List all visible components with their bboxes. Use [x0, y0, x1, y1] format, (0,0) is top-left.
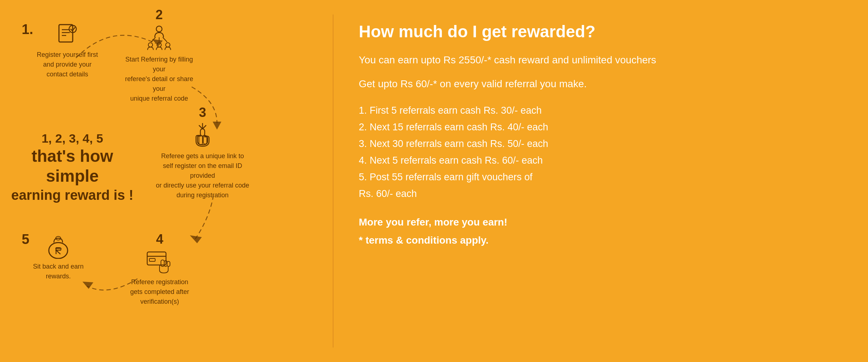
tagline-numbers: 1, 2, 3, 4, 5: [11, 130, 134, 146]
svg-point-9: [156, 26, 162, 32]
svg-rect-27: [167, 261, 170, 266]
svg-line-33: [56, 250, 60, 254]
svg-point-13: [148, 43, 153, 47]
verification-icon: [146, 249, 174, 274]
svg-line-10: [151, 37, 156, 42]
step-1: 1. Register yourself firstand provide yo…: [22, 22, 98, 79]
step-5-number: 5: [22, 232, 29, 247]
reward-item-4: 4. Next 5 referrals earn cash Rs. 60/- e…: [359, 152, 843, 169]
step-5-text: Sit back and earnrewards.: [33, 262, 84, 281]
step-1-number: 1.: [22, 22, 33, 37]
right-subtitle1: You can earn upto Rs 2550/-* cash reward…: [359, 52, 843, 68]
footer-line-1: More you refer, more you earn!: [359, 213, 843, 231]
referral-icon: [145, 25, 174, 52]
step-4: 4 Referee registrationgets completed aft…: [130, 232, 189, 307]
svg-rect-24: [149, 258, 155, 261]
step-5: 5 Sit back and earnrewards.: [22, 232, 84, 281]
tagline-earning: earning reward is !: [11, 186, 134, 204]
svg-line-12: [163, 37, 167, 42]
right-footer: More you refer, more you earn! * terms &…: [359, 213, 843, 250]
money-bag-icon: [46, 232, 71, 259]
step-2-text: Start Referring by filling yourreferee's…: [119, 55, 199, 104]
reward-item-1: 1. First 5 referrals earn cash Rs. 30/- …: [359, 102, 843, 119]
svg-marker-3: [82, 282, 93, 289]
footer-line-2: * terms & conditions apply.: [359, 231, 843, 249]
svg-point-14: [157, 43, 161, 47]
reward-item-3: 3. Next 30 referrals earn cash Rs. 50/- …: [359, 136, 843, 152]
rewards-list: 1. First 5 referrals earn cash Rs. 30/- …: [359, 102, 843, 202]
vertical-divider: [333, 14, 333, 348]
register-icon: [55, 22, 80, 47]
tagline-simple: that's how simple: [11, 146, 134, 186]
left-panel: 1. Register yourself firstand provide yo…: [0, 0, 333, 362]
step-4-text: Referee registrationgets completed after…: [130, 277, 189, 307]
reward-item-5: 5. Post 55 referrals earn gift vouchers …: [359, 169, 843, 202]
reward-item-2: 2. Next 15 referrals earn cash Rs. 40/- …: [359, 119, 843, 136]
right-panel: How much do I get rewarded? You can earn…: [333, 0, 868, 362]
svg-rect-21: [199, 135, 203, 145]
svg-line-17: [199, 125, 203, 129]
step-3: 3 Referee gets a unique link toself regi…: [156, 105, 250, 200]
step-3-number: 3: [199, 105, 206, 120]
step-2: 2 Start Referring by filling yourreferee…: [119, 7, 199, 104]
svg-line-18: [203, 125, 206, 129]
step-1-text: Register yourself firstand provide yourc…: [37, 50, 98, 79]
svg-point-15: [166, 43, 170, 47]
svg-rect-4: [59, 25, 73, 42]
step-2-number: 2: [156, 7, 163, 22]
svg-rect-19: [200, 129, 205, 136]
tagline: 1, 2, 3, 4, 5 that's how simple earning …: [11, 130, 134, 204]
right-title: How much do I get rewarded?: [359, 22, 843, 42]
step-4-number: 4: [156, 232, 163, 247]
tap-icon: [190, 122, 216, 148]
step-3-text: Referee gets a unique link toself regist…: [156, 151, 250, 200]
svg-rect-25: [161, 260, 164, 266]
right-subtitle2: Get upto Rs 60/-* on every valid referra…: [359, 76, 843, 92]
svg-marker-2: [190, 235, 202, 243]
